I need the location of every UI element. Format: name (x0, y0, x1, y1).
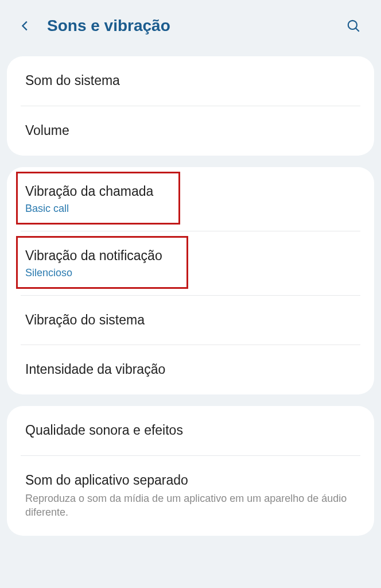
item-title: Qualidade sonora e efeitos (25, 422, 356, 439)
header: Sons e vibração (0, 0, 381, 52)
svg-line-1 (356, 28, 359, 32)
back-button[interactable] (16, 17, 34, 35)
item-system-vibration[interactable]: Vibração do sistema (7, 296, 374, 345)
item-title: Volume (25, 122, 356, 140)
item-title: Som do aplicativo separado (25, 472, 356, 489)
item-sound-quality[interactable]: Qualidade sonora e efeitos (7, 406, 374, 455)
item-description: Reproduza o som da mídia de um aplicativ… (25, 492, 356, 520)
search-button[interactable] (343, 16, 364, 36)
item-title: Som do sistema (25, 72, 356, 90)
item-subtitle: Basic call (25, 203, 356, 215)
item-vibration-intensity[interactable]: Intensidade da vibração (7, 345, 374, 394)
item-separate-app-sound[interactable]: Som do aplicativo separado Reproduza o s… (7, 456, 374, 535)
item-notification-vibration[interactable]: Vibração da notificação Silencioso (7, 231, 374, 295)
settings-group-audio: Qualidade sonora e efeitos Som do aplica… (7, 406, 374, 535)
settings-group-system-sound: Som do sistema Volume (7, 56, 374, 156)
item-subtitle: Silencioso (25, 267, 356, 279)
item-call-vibration[interactable]: Vibração da chamada Basic call (7, 167, 374, 231)
search-icon (346, 18, 361, 33)
chevron-left-icon (19, 20, 32, 32)
item-volume[interactable]: Volume (7, 106, 374, 156)
svg-point-0 (348, 21, 357, 29)
item-system-sound[interactable]: Som do sistema (7, 56, 374, 106)
item-title: Vibração da notificação (25, 247, 356, 265)
settings-group-vibration: Vibração da chamada Basic call Vibração … (7, 167, 374, 395)
page-title: Sons e vibração (47, 17, 343, 35)
item-title: Vibração da chamada (25, 183, 356, 200)
item-title: Intensidade da vibração (25, 361, 356, 378)
item-title: Vibração do sistema (25, 312, 356, 329)
